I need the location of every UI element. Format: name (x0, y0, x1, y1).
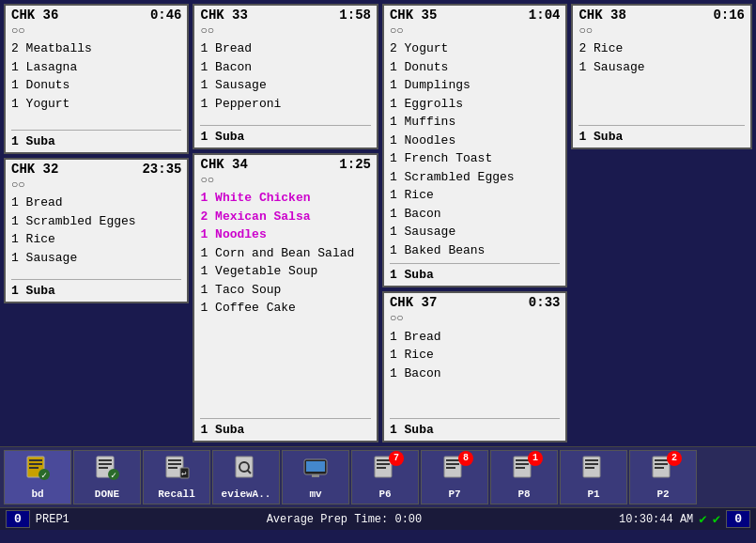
col-4: CHK 38 0:16 ○○ 2 Rice 1 Sausage 1 Suba (571, 4, 752, 442)
svg-rect-30 (446, 463, 459, 465)
recall-label: Recall (158, 489, 195, 500)
item: 1 Coffee Cake (200, 299, 370, 318)
svg-rect-38 (585, 463, 598, 465)
done-button[interactable]: ✓ DONE (73, 450, 141, 504)
ticket-chk33[interactable]: CHK 33 1:58 ○○ 1 Bread 1 Bacon 1 Sausage… (193, 4, 378, 149)
ticket-time-chk33: 1:58 (339, 8, 371, 23)
status-bar: 0 PREP1 Average Prep Time: 0:00 10:30:44… (0, 507, 756, 530)
item: 1 Dumplings (390, 76, 560, 95)
p1-button[interactable]: P1 (560, 450, 627, 504)
svg-rect-29 (446, 459, 459, 461)
item: 1 Vegetable Soup (200, 262, 370, 281)
ticket-chk32[interactable]: CHK 32 23:35 ○○ 1 Bread 1 Scrambled Egge… (4, 158, 189, 303)
ticket-chk34[interactable]: CHK 34 1:25 ○○ 1 White Chicken 2 Mexican… (193, 153, 378, 442)
p2-button[interactable]: 2 P2 (629, 450, 697, 504)
toolbar: ✓ bd ✓ DONE ↩ (0, 446, 756, 507)
ticket-title-chk34: CHK 34 (200, 157, 247, 172)
ticket-header-chk32: CHK 32 23:35 (6, 160, 187, 178)
ticket-title-chk35: CHK 35 (390, 8, 437, 23)
col-2: CHK 33 1:58 ○○ 1 Bread 1 Bacon 1 Sausage… (193, 4, 378, 442)
ticket-chk36[interactable]: CHK 36 0:46 ○○ 2 Meatballs 1 Lasagna 1 D… (4, 4, 189, 154)
item: 1 Baked Beans (390, 241, 560, 260)
ticket-header-chk34: CHK 34 1:25 (194, 155, 376, 174)
svg-rect-13 (168, 459, 181, 461)
mv-button[interactable]: mv (282, 450, 349, 504)
p7-button[interactable]: 8 P7 (421, 450, 488, 504)
recall-button[interactable]: ↩ Recall (143, 450, 210, 504)
ticket-time-chk35: 1:04 (529, 8, 561, 23)
item: 1 Sausage (11, 249, 181, 268)
p7-badge: 8 (458, 451, 473, 466)
ticket-time-chk37: 0:33 (529, 295, 561, 310)
svg-rect-41 (655, 459, 668, 461)
item: 1 Scrambled Egges (11, 212, 181, 231)
svg-rect-37 (585, 459, 598, 461)
col-1: CHK 36 0:46 ○○ 2 Meatballs 1 Lasagna 1 D… (4, 4, 189, 442)
recall-icon: ↩ (163, 455, 190, 487)
item-pink: 1 Noodles (200, 225, 370, 244)
ticket-chk38[interactable]: CHK 38 0:16 ○○ 2 Rice 1 Sausage 1 Suba (571, 4, 752, 149)
svg-text:↩: ↩ (181, 470, 186, 479)
ticket-dots-chk32: ○○ (6, 178, 187, 192)
bd-label: bd (31, 489, 43, 500)
svg-rect-14 (168, 463, 181, 465)
ticket-title-chk32: CHK 32 (11, 162, 58, 177)
ticket-header-chk37: CHK 37 0:33 (384, 293, 565, 312)
svg-rect-43 (655, 467, 664, 469)
ticket-footer-chk32: 1 Suba (6, 282, 187, 302)
item: 1 Bread (200, 39, 370, 58)
item: 1 Bread (11, 194, 181, 212)
item: 1 Bacon (390, 365, 560, 383)
done-label: DONE (95, 489, 119, 500)
ticket-time-chk38: 0:16 (713, 8, 745, 23)
svg-rect-7 (99, 459, 112, 461)
item: 1 Pepperoni (200, 95, 370, 114)
svg-rect-34 (516, 463, 529, 465)
ticket-time-chk32: 23:35 (142, 162, 181, 177)
svg-text:✓: ✓ (41, 471, 47, 481)
clock: 10:30:44 AM (619, 513, 693, 526)
ticket-items-chk35: 2 Yogurt 1 Donuts 1 Dumplings 1 Eggrolls… (384, 38, 565, 261)
svg-rect-8 (99, 463, 112, 465)
svg-rect-26 (377, 463, 390, 465)
item: 1 Bread (390, 328, 560, 347)
p6-button[interactable]: 7 P6 (351, 450, 419, 504)
p7-label: P7 (448, 489, 460, 500)
ticket-footer-chk36: 1 Suba (6, 132, 187, 152)
svg-rect-22 (306, 461, 325, 472)
item: 1 Taco Soup (200, 281, 370, 300)
p8-badge: 1 (528, 451, 543, 466)
p6-icon: 7 (372, 455, 398, 487)
ticket-dots-chk36: ○○ (6, 24, 187, 38)
ticket-divider (390, 263, 560, 264)
ticket-divider (390, 418, 560, 419)
main-area: CHK 36 0:46 ○○ 2 Meatballs 1 Lasagna 1 D… (0, 0, 756, 446)
ticket-title-chk36: CHK 36 (11, 8, 58, 23)
ticket-chk35[interactable]: CHK 35 1:04 ○○ 2 Yogurt 1 Donuts 1 Dumpl… (382, 4, 567, 287)
item: 1 Donuts (11, 76, 181, 95)
review-label: eviewA.. (222, 489, 271, 500)
p8-button[interactable]: 1 P8 (490, 450, 558, 504)
svg-rect-25 (377, 459, 390, 461)
p1-label: P1 (587, 489, 599, 500)
p1-icon (580, 455, 607, 487)
right-zero: 0 (726, 510, 750, 528)
svg-rect-1 (29, 459, 42, 461)
status-right: 10:30:44 AM ✔ ✔ 0 (619, 510, 750, 528)
ticket-chk37[interactable]: CHK 37 0:33 ○○ 1 Bread 1 Rice 1 Bacon 1 … (382, 291, 567, 442)
bd-button[interactable]: ✓ bd (4, 450, 71, 504)
ticket-footer-chk33: 1 Suba (194, 128, 376, 147)
item: 1 Muffins (390, 113, 560, 132)
item: 1 Donuts (390, 58, 560, 77)
ticket-items-chk37: 1 Bread 1 Rice 1 Bacon (384, 326, 565, 416)
svg-rect-9 (99, 467, 108, 469)
ticket-divider (11, 130, 181, 131)
svg-rect-27 (377, 467, 386, 469)
review-button[interactable]: eviewA.. (212, 450, 280, 504)
item: 1 French Toast (390, 149, 560, 168)
ticket-dots-chk34: ○○ (194, 174, 376, 187)
svg-text:✓: ✓ (111, 471, 116, 481)
svg-rect-33 (516, 459, 529, 461)
check-icon-2: ✔ (713, 511, 720, 527)
ticket-footer-chk35: 1 Suba (384, 266, 565, 286)
